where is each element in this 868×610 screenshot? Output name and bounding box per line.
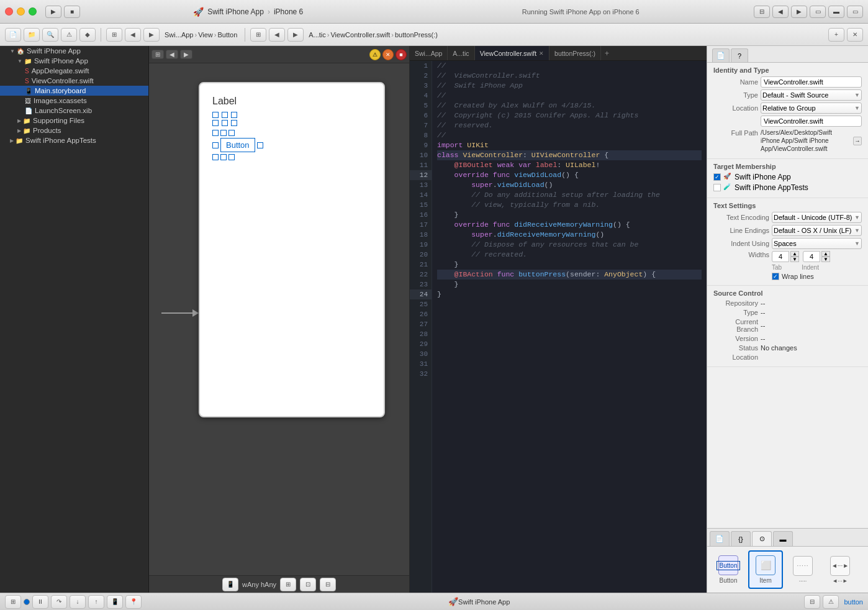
editor-tab-2[interactable]: A...tic: [448, 46, 474, 60]
tab-width-up[interactable]: ▲: [790, 251, 799, 257]
wrap-lines-cb[interactable]: ✓: [772, 273, 779, 280]
ln-6: 6: [410, 111, 432, 121]
sb-zoom-2[interactable]: ⊡: [300, 578, 316, 591]
rpb-tab-obj[interactable]: ⊙: [752, 531, 772, 546]
new-file-button[interactable]: 📄: [5, 28, 21, 42]
iphone-button[interactable]: Button: [220, 138, 255, 152]
view-toggle-1[interactable]: ▭: [810, 6, 826, 18]
debug-area-toggle[interactable]: ⊟: [804, 595, 820, 609]
debug-step-out[interactable]: ↑: [88, 595, 104, 609]
fixed-obj-label: ◄···►: [832, 578, 848, 584]
nav-forward-2[interactable]: ▶: [287, 28, 304, 42]
indent-width-input[interactable]: [803, 251, 820, 262]
sidebar-item-project[interactable]: ▼ 🏠 Swift iPhone App: [0, 46, 148, 56]
close-button[interactable]: [5, 7, 13, 16]
storyboard-back-btn[interactable]: ◀: [166, 50, 178, 59]
sidebar-item-viewcontroller[interactable]: S ViewController.swift: [0, 76, 148, 86]
editor-tab-4[interactable]: buttonPress(:): [549, 46, 601, 60]
type-value: Default - Swift Source: [762, 91, 828, 99]
debug-step-into[interactable]: ↓: [70, 595, 86, 609]
sidebar-item-xib[interactable]: 📄 LaunchScreen.xib: [0, 106, 148, 116]
tab-width-down[interactable]: ▼: [790, 257, 799, 262]
encoding-select[interactable]: Default - Unicode (UTF-8) ▼: [772, 212, 862, 223]
scheme-button[interactable]: ⊞: [106, 28, 122, 42]
sidebar-item-group-app[interactable]: ▼ 📁 Swift iPhone App: [0, 56, 148, 66]
name-input[interactable]: [761, 76, 862, 88]
bc2-item-2[interactable]: ViewController.swift: [330, 31, 390, 39]
location-select[interactable]: Relative to Group ▼: [761, 102, 862, 114]
bc2-item-3[interactable]: buttonPress(:): [395, 31, 438, 39]
bc2-item-1[interactable]: A...tic: [309, 31, 326, 39]
obj-fixed-space[interactable]: ◄···► ◄···►: [823, 550, 857, 589]
debug-stop[interactable]: [24, 599, 30, 605]
scope-btn[interactable]: ⊞: [250, 28, 266, 42]
back-button[interactable]: ◀: [772, 6, 789, 18]
fullpath-reveal-btn[interactable]: →: [853, 137, 862, 145]
view-toggle-2[interactable]: ▬: [828, 6, 844, 18]
sidebar-item-appdelegate[interactable]: S AppDelegate.swift: [0, 66, 148, 76]
add-button[interactable]: 📁: [24, 28, 40, 42]
close-tab-btn[interactable]: ✕: [847, 28, 863, 42]
editor-tab-3[interactable]: ViewController.swift ✕: [475, 46, 549, 60]
obj-flex-space[interactable]: ····· ·····: [785, 550, 820, 589]
obj-item[interactable]: ⬜ Item: [748, 550, 783, 589]
add-tab-button[interactable]: +: [601, 46, 613, 60]
warning-button[interactable]: ⚠: [61, 28, 77, 42]
indent-width-up[interactable]: ▲: [821, 251, 830, 257]
storyboard-fwd-btn[interactable]: ▶: [180, 50, 192, 59]
bc-item-2[interactable]: View: [198, 31, 213, 39]
debug-pause[interactable]: ⏸: [32, 595, 48, 609]
indent-using-label: Indent Using: [713, 240, 769, 247]
debug-step-over[interactable]: ↷: [51, 595, 67, 609]
code-content[interactable]: // // ViewController.swift // Swift iPho…: [432, 61, 707, 593]
storyboard-grid-btn[interactable]: ⊞: [151, 50, 164, 59]
rpb-tab-media[interactable]: ▬: [773, 531, 793, 546]
bc-item-1[interactable]: Swi...App: [165, 31, 193, 39]
sb-zoom-3[interactable]: ⊟: [320, 578, 336, 591]
sb-zoom-1[interactable]: ⊞: [280, 578, 296, 591]
sidebar-item-products[interactable]: ▶ 📁 Products: [0, 125, 148, 135]
rpb-tab-code[interactable]: {}: [731, 531, 751, 546]
indent-using-select[interactable]: Spaces ▼: [772, 238, 862, 249]
maximize-button[interactable]: [29, 7, 37, 16]
membership-cb-1[interactable]: ✓: [713, 173, 721, 181]
sidebar-toggle[interactable]: ⊟: [754, 6, 770, 18]
ln-13: 13: [410, 180, 432, 190]
forward-button[interactable]: ▶: [791, 6, 807, 18]
inspector-toggle[interactable]: ⊞: [5, 595, 21, 609]
sidebar-item-xcassets[interactable]: 🖼 Images.xcassets: [0, 96, 148, 106]
membership-cb-2[interactable]: [713, 184, 721, 191]
stop-button[interactable]: ■: [64, 6, 80, 18]
rp-tab-quick[interactable]: ?: [731, 48, 748, 62]
play-button[interactable]: ▶: [45, 6, 61, 18]
breakpoint-button[interactable]: ◆: [79, 28, 96, 42]
sidebar-item-supporting[interactable]: ▶ 📁 Supporting Files: [0, 116, 148, 125]
bc2-sep-2: ›: [391, 31, 394, 39]
nav-back[interactable]: ◀: [125, 28, 141, 42]
view-toggle-3[interactable]: ▭: [847, 6, 863, 18]
editor-tab-1[interactable]: Swi...App: [410, 46, 448, 60]
sb-device-btn[interactable]: 📱: [222, 578, 238, 591]
obj-button[interactable]: Button Button: [711, 550, 746, 589]
line-endings-select[interactable]: Default - OS X / Unix (LF) ▼: [772, 225, 862, 236]
tab-3-close[interactable]: ✕: [539, 50, 544, 57]
tab-width-input[interactable]: [772, 251, 789, 262]
storyboard-canvas[interactable]: Label: [149, 63, 409, 575]
type-select[interactable]: Default - Swift Source ▼: [761, 89, 862, 101]
rp-tab-file[interactable]: 📄: [712, 48, 730, 62]
sidebar-item-tests[interactable]: ▶ 📁 Swift iPhone AppTests: [0, 135, 148, 145]
debug-device[interactable]: 📱: [107, 595, 123, 609]
rpb-tab-file[interactable]: 📄: [710, 531, 730, 546]
issues-toggle[interactable]: ⚠: [823, 595, 839, 609]
code-editor[interactable]: 1 2 3 4 5 6 7 8 9 10 11 12 13 14 15 16 1: [410, 61, 707, 593]
indent-width-down[interactable]: ▼: [821, 257, 830, 262]
minimize-button[interactable]: [17, 7, 25, 16]
sidebar-item-storyboard[interactable]: 📱 Main.storyboard: [0, 86, 148, 96]
nav-forward[interactable]: ▶: [143, 28, 160, 42]
nav-back-2[interactable]: ◀: [269, 28, 285, 42]
bc-item-3[interactable]: Button: [217, 31, 237, 39]
add-tab-btn[interactable]: +: [828, 28, 844, 42]
search-button[interactable]: 🔍: [42, 28, 58, 42]
debug-location[interactable]: 📍: [125, 595, 142, 609]
location-file-input[interactable]: [761, 116, 862, 127]
